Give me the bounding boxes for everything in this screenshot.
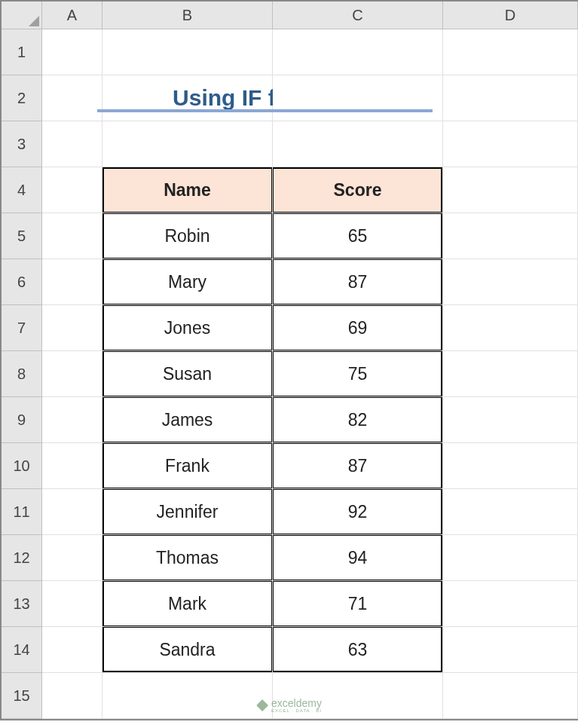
row-header-7[interactable]: 7 bbox=[2, 305, 42, 351]
cell-d1[interactable] bbox=[443, 29, 578, 75]
row-header-8[interactable]: 8 bbox=[2, 351, 42, 397]
cell-b15[interactable] bbox=[102, 673, 273, 719]
table-row[interactable]: 75 bbox=[273, 351, 443, 397]
table-row[interactable]: Thomas bbox=[102, 535, 273, 581]
cell-a3[interactable] bbox=[42, 121, 102, 167]
row-header-1[interactable]: 1 bbox=[2, 29, 42, 75]
watermark-main: exceldemy bbox=[271, 698, 322, 708]
cell-d9[interactable] bbox=[443, 397, 578, 443]
table-row[interactable]: 94 bbox=[273, 535, 443, 581]
cell-d4[interactable] bbox=[443, 167, 578, 213]
col-header-a[interactable]: A bbox=[42, 2, 102, 29]
cell-b1[interactable] bbox=[102, 29, 273, 75]
cell-a15[interactable] bbox=[42, 673, 102, 719]
table-row[interactable]: Mary bbox=[102, 259, 273, 305]
row-header-6[interactable]: 6 bbox=[2, 259, 42, 305]
row-header-4[interactable]: 4 bbox=[2, 167, 42, 213]
table-row[interactable]: 82 bbox=[273, 397, 443, 443]
cell-d5[interactable] bbox=[443, 213, 578, 259]
row-header-11[interactable]: 11 bbox=[2, 489, 42, 535]
cell-a5[interactable] bbox=[42, 213, 102, 259]
cell-c2[interactable] bbox=[273, 75, 443, 121]
row-header-14[interactable]: 14 bbox=[2, 627, 42, 673]
cell-d6[interactable] bbox=[443, 259, 578, 305]
cell-a12[interactable] bbox=[42, 535, 102, 581]
cell-a4[interactable] bbox=[42, 167, 102, 213]
watermark-sub: EXCEL · DATA · BI bbox=[271, 708, 322, 713]
table-row[interactable]: Jennifer bbox=[102, 489, 273, 535]
cell-d14[interactable] bbox=[443, 627, 578, 673]
row-header-12[interactable]: 12 bbox=[2, 535, 42, 581]
cell-d7[interactable] bbox=[443, 305, 578, 351]
table-row[interactable]: 87 bbox=[273, 259, 443, 305]
row-header-13[interactable]: 13 bbox=[2, 581, 42, 627]
cell-a6[interactable] bbox=[42, 259, 102, 305]
row-header-10[interactable]: 10 bbox=[2, 443, 42, 489]
table-row[interactable]: 65 bbox=[273, 213, 443, 259]
cell-d12[interactable] bbox=[443, 535, 578, 581]
cell-a9[interactable] bbox=[42, 397, 102, 443]
cell-a8[interactable] bbox=[42, 351, 102, 397]
table-row[interactable]: Jones bbox=[102, 305, 273, 351]
table-row[interactable]: 69 bbox=[273, 305, 443, 351]
col-header-d[interactable]: D bbox=[443, 2, 578, 29]
table-header-score[interactable]: Score bbox=[273, 167, 443, 213]
cell-d13[interactable] bbox=[443, 581, 578, 627]
col-header-c[interactable]: C bbox=[273, 2, 443, 29]
cell-b3[interactable] bbox=[102, 121, 273, 167]
cell-d3[interactable] bbox=[443, 121, 578, 167]
cell-a11[interactable] bbox=[42, 489, 102, 535]
cell-c3[interactable] bbox=[273, 121, 443, 167]
select-all-corner[interactable] bbox=[2, 2, 42, 29]
table-row[interactable]: 71 bbox=[273, 581, 443, 627]
title-underline bbox=[97, 109, 433, 112]
table-row[interactable]: 92 bbox=[273, 489, 443, 535]
cell-a2[interactable] bbox=[42, 75, 102, 121]
cell-a7[interactable] bbox=[42, 305, 102, 351]
cell-d11[interactable] bbox=[443, 489, 578, 535]
cell-a14[interactable] bbox=[42, 627, 102, 673]
table-row[interactable]: Mark bbox=[102, 581, 273, 627]
table-header-name[interactable]: Name bbox=[102, 167, 273, 213]
table-row[interactable]: 63 bbox=[273, 627, 443, 673]
watermark: exceldemy EXCEL · DATA · BI bbox=[256, 698, 322, 713]
title-cell-left[interactable]: Using IF function bbox=[102, 75, 273, 121]
cell-d15[interactable] bbox=[443, 673, 578, 719]
table-row[interactable]: 87 bbox=[273, 443, 443, 489]
cell-a10[interactable] bbox=[42, 443, 102, 489]
table-row[interactable]: Frank bbox=[102, 443, 273, 489]
watermark-icon bbox=[256, 699, 268, 711]
table-row[interactable]: Robin bbox=[102, 213, 273, 259]
cell-c1[interactable] bbox=[273, 29, 443, 75]
table-row[interactable]: James bbox=[102, 397, 273, 443]
cell-d10[interactable] bbox=[443, 443, 578, 489]
cell-d8[interactable] bbox=[443, 351, 578, 397]
col-header-b[interactable]: B bbox=[102, 2, 273, 29]
table-row[interactable]: Sandra bbox=[102, 627, 273, 673]
row-header-3[interactable]: 3 bbox=[2, 121, 42, 167]
row-header-9[interactable]: 9 bbox=[2, 397, 42, 443]
row-header-5[interactable]: 5 bbox=[2, 213, 42, 259]
row-header-15[interactable]: 15 bbox=[2, 673, 42, 719]
table-row[interactable]: Susan bbox=[102, 351, 273, 397]
cell-a13[interactable] bbox=[42, 581, 102, 627]
cell-a1[interactable] bbox=[42, 29, 102, 75]
spreadsheet-grid: A B C D 1 2 Using IF function 3 4 Name S… bbox=[0, 0, 578, 720]
row-header-2[interactable]: 2 bbox=[2, 75, 42, 121]
cell-d2[interactable] bbox=[443, 75, 578, 121]
